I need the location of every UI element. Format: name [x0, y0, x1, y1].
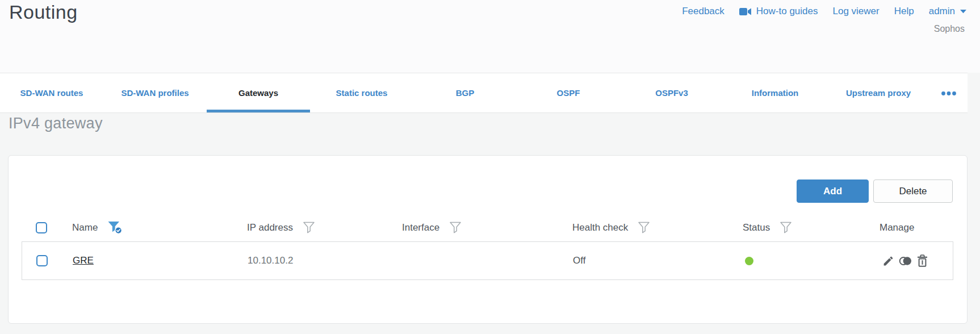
log-viewer-label: Log viewer — [833, 6, 880, 17]
filter-icon[interactable] — [303, 222, 315, 234]
column-header-manage: Manage — [880, 222, 914, 233]
howto-guides-link[interactable]: How-to guides — [739, 6, 818, 17]
howto-guides-label: How-to guides — [756, 6, 818, 17]
table-row: GRE 10.10.10.2 Off — [22, 242, 953, 279]
tenant-label: Sophos — [934, 24, 965, 34]
delete-button[interactable]: Delete — [873, 179, 953, 203]
caret-down-icon — [960, 9, 967, 14]
help-label: Help — [894, 6, 914, 17]
tab-ospf[interactable]: OSPF — [517, 73, 620, 112]
gateway-name-link[interactable]: GRE — [73, 255, 94, 266]
tab-sd-wan-profiles[interactable]: SD-WAN profiles — [103, 73, 207, 112]
clone-icon[interactable] — [899, 255, 912, 267]
admin-menu-button[interactable]: admin — [929, 6, 967, 17]
video-camera-icon — [739, 7, 752, 16]
row-checkbox[interactable] — [36, 255, 48, 266]
filter-active-icon[interactable] — [108, 221, 123, 235]
log-viewer-link[interactable]: Log viewer — [833, 6, 880, 17]
top-header: Routing Feedback How-to guides Log viewe… — [0, 0, 980, 73]
top-links: Feedback How-to guides Log viewer Help a… — [682, 6, 967, 17]
more-tabs-button[interactable] — [930, 73, 968, 112]
feedback-link[interactable]: Feedback — [682, 6, 724, 17]
delete-icon[interactable] — [917, 254, 928, 267]
tab-static-routes[interactable]: Static routes — [310, 73, 413, 112]
tab-bar: SD-WAN routes SD-WAN profiles Gateways S… — [0, 73, 968, 113]
column-header-status[interactable]: Status — [743, 222, 770, 233]
help-link[interactable]: Help — [894, 6, 914, 17]
column-header-health-check[interactable]: Health check — [572, 222, 628, 233]
tab-information[interactable]: Information — [723, 73, 827, 112]
row-actions — [882, 254, 928, 267]
routing-page: Routing Feedback How-to guides Log viewe… — [0, 0, 980, 334]
page-title: Routing — [9, 1, 78, 23]
column-header-interface[interactable]: Interface — [402, 222, 439, 233]
admin-label: admin — [929, 6, 955, 17]
tab-ospfv3[interactable]: OSPFv3 — [620, 73, 723, 112]
tab-sd-wan-routes[interactable]: SD-WAN routes — [0, 73, 103, 112]
column-header-ip-address[interactable]: IP address — [247, 222, 293, 233]
status-indicator-green — [745, 257, 753, 265]
filter-icon[interactable] — [780, 222, 791, 234]
table-header: Name IP address Interface — [22, 214, 953, 241]
filter-icon[interactable] — [638, 222, 650, 234]
tab-bgp[interactable]: BGP — [413, 73, 517, 112]
gateway-health-check: Off — [573, 255, 585, 266]
tab-gateways[interactable]: Gateways — [207, 73, 310, 112]
column-header-name[interactable]: Name — [72, 222, 98, 233]
section-title: IPv4 gateway — [9, 115, 103, 132]
tab-upstream-proxy[interactable]: Upstream proxy — [827, 73, 930, 112]
table-body: GRE 10.10.10.2 Off — [22, 241, 953, 280]
add-button[interactable]: Add — [797, 179, 869, 203]
select-all-checkbox[interactable] — [36, 222, 47, 233]
ellipsis-icon — [941, 88, 957, 98]
filter-icon[interactable] — [450, 222, 461, 234]
ipv4-gateway-panel: Add Delete Name IP address — [8, 155, 968, 324]
feedback-label: Feedback — [682, 6, 724, 17]
gateway-ip-address: 10.10.10.2 — [248, 255, 293, 266]
edit-icon[interactable] — [882, 255, 894, 267]
